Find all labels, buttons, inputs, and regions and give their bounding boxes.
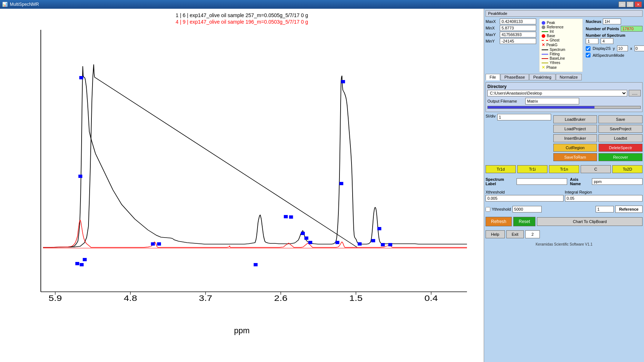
app-icon: 📊 [2,2,8,7]
svg-text:5.9: 5.9 [48,294,62,302]
minx-label: MinX [486,26,498,30]
si-label: SI/div [486,114,496,118]
svg-rect-18 [358,242,362,246]
right-panel: PeakMode MaxX 0.42408133 MinX 5.8773 Max… [484,9,644,362]
insertbruker-button[interactable]: InsertBruker [553,134,597,142]
axis-name-text: Axis Name [570,177,589,186]
svg-rect-16 [339,182,343,185]
legend-int-label: Int [550,29,554,33]
num2-input[interactable] [525,230,540,238]
directory-select[interactable]: C:\Users\Anastasios\Desktop [487,90,627,96]
spectrum-label-input[interactable] [517,178,567,185]
svg-rect-20 [377,227,381,230]
minx-value: 5.8773 [500,25,536,31]
svg-text:0.4: 0.4 [424,294,438,302]
numpoints-input[interactable] [621,26,643,32]
svg-rect-25 [284,215,288,218]
ythreshold-checkbox[interactable] [486,207,490,212]
saveTRam-button[interactable]: SaveToRam [553,153,597,161]
tab-phasebase[interactable]: PhaseBase [500,74,529,80]
tr-row: Tr1d Tr1i Tr1n C To2D [486,165,643,173]
legend-peak-label: Peak [547,21,555,25]
minimize-button[interactable]: ─ [619,1,626,7]
svg-rect-24 [79,76,83,79]
deletespectr-button[interactable]: DeleteSpectr [598,144,643,152]
loadproject-button[interactable]: LoadProject [553,125,597,133]
legend-fitting-label: Fitting [550,52,559,56]
x-input[interactable] [635,45,644,51]
output-filename-input[interactable] [525,98,579,104]
allspectrummode-checkbox[interactable] [586,53,590,57]
maxx-value: 0.42408133 [500,19,536,24]
legend-base-icon [542,34,545,38]
legend-peakg-label: PeakG [546,43,558,47]
legend-spectrum-label: Spectrum [550,48,565,52]
numspectrum-val2[interactable] [601,38,613,44]
tab-normalize[interactable]: Normalize [556,74,582,80]
chart-title-2: 4 | 9 | exp147_olive oil sample 196_m=0.… [4,19,480,25]
si-input[interactable] [497,114,551,120]
refresh-button[interactable]: Refresh [486,217,512,226]
svg-rect-23 [78,175,82,178]
legend-ythres-label: Ythres [550,61,560,65]
legend-phase-label: Phase [546,65,557,69]
xthreshold-input[interactable] [486,195,564,202]
nucleus-input[interactable] [603,19,621,24]
tr1i-button[interactable]: Tr1i [517,165,547,173]
chart-canvas[interactable]: 5.9 4.8 3.7 2.6 1.5 0.4 [4,26,480,325]
tab-peakinteg[interactable]: PeakInteg [529,74,555,80]
legend-baseline-label: BaseLine [550,56,565,60]
legend-peak-icon [542,21,545,25]
reference-input[interactable] [596,206,614,212]
tab-file[interactable]: File [486,74,500,80]
loadtxt-button[interactable]: Loadtxt [598,134,643,142]
help-exit-row: Help Exit [486,230,643,238]
ythreshold-label: Ythreshold [492,207,511,211]
cutregion-button[interactable]: CutRegion [553,144,597,152]
chart-clipboard-button[interactable]: Chart To ClipBoard [537,217,643,226]
svg-text:1.5: 1.5 [349,294,363,302]
maximize-button[interactable]: □ [627,1,634,7]
xthreshold-label: Xthreshold [486,190,564,194]
svg-rect-35 [151,242,155,246]
svg-rect-17 [341,80,345,83]
recover-button[interactable]: Recover [598,153,643,161]
svg-text:4.8: 4.8 [124,294,137,302]
close-button[interactable]: ✕ [635,1,642,7]
reference-button[interactable]: Reference [615,206,643,213]
y-input[interactable] [617,45,628,51]
loadbruker-button[interactable]: LoadBruker [553,115,597,123]
svg-rect-31 [75,262,79,265]
maxx-label: MaxX [486,19,498,24]
tr1n-button[interactable]: Tr1n [549,165,579,173]
display2s-checkbox[interactable] [586,46,590,51]
help-button[interactable]: Help [486,230,505,238]
maxy-label: MaxY [486,32,498,37]
svg-rect-32 [80,263,84,266]
browse-button[interactable]: ..... [629,90,641,96]
title-bar: 📊 MultiSpecNMR ─ □ ✕ [0,0,644,9]
legend-reference-label: Reference [547,25,564,29]
legend-ghost-icon [542,40,548,41]
chart-svg: 5.9 4.8 3.7 2.6 1.5 0.4 [4,26,480,325]
ythreshold-input[interactable] [513,206,542,212]
exit-button[interactable]: Exit [506,230,524,238]
integral-region-input[interactable] [565,195,643,202]
saveproject-button[interactable]: SaveProject [598,125,643,133]
reset-button[interactable]: Reset [513,217,535,226]
c-button[interactable]: C [581,165,611,173]
save-button[interactable]: Save [598,115,643,123]
chart-area: 1 | 6 | exp147_olive oil sample 257_m=0.… [0,9,484,362]
legend-fitting-icon [542,54,548,55]
to2d-button[interactable]: To2D [612,165,643,173]
bottom-row: Refresh Reset Chart To ClipBoard [486,217,643,226]
directory-label: Directory [487,84,641,89]
allspectrummode-label: AllSpectrumMode [593,53,624,57]
tr1d-button[interactable]: Tr1d [486,165,516,173]
numspectrum-val1[interactable] [586,38,598,44]
svg-rect-29 [308,241,312,244]
miny-label: MinY [486,39,498,43]
axis-name-input[interactable] [592,178,643,185]
legend-baseline-icon [542,58,548,59]
chart-title-1: 1 | 6 | exp147_olive oil sample 257_m=0.… [4,12,480,18]
